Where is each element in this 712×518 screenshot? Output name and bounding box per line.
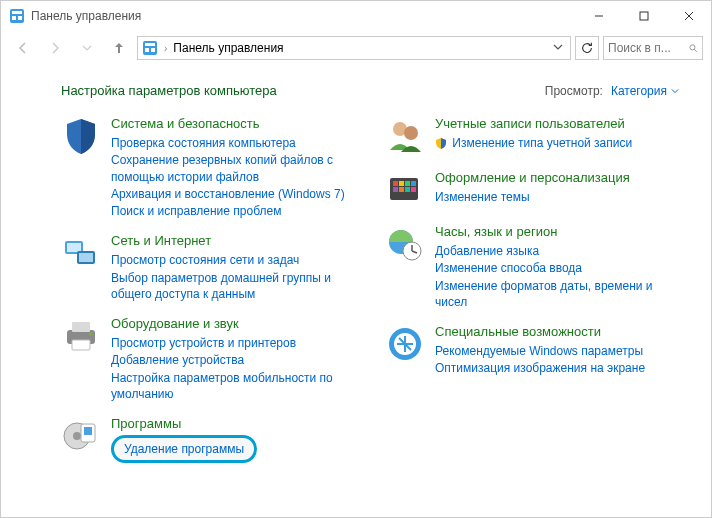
svg-rect-30 <box>399 181 404 186</box>
search-input[interactable] <box>608 41 684 55</box>
category-link[interactable]: Оптимизация изображения на экране <box>435 360 645 376</box>
svg-rect-31 <box>405 181 410 186</box>
address-bar[interactable]: › Панель управления <box>137 36 571 60</box>
category-link[interactable]: Проверка состояния компьютера <box>111 135 355 151</box>
category-title[interactable]: Программы <box>111 416 257 432</box>
svg-rect-29 <box>393 181 398 186</box>
clock-globe-icon <box>385 224 425 264</box>
content-area: Настройка параметров компьютера Просмотр… <box>1 65 711 518</box>
svg-rect-32 <box>411 181 416 186</box>
category-system-security: Система и безопасность Проверка состояни… <box>61 116 355 219</box>
navbar: › Панель управления <box>1 31 711 65</box>
svg-rect-9 <box>145 43 155 46</box>
svg-rect-5 <box>640 12 648 20</box>
uninstall-program-link[interactable]: Удаление программы <box>124 442 244 456</box>
search-icon <box>688 42 698 54</box>
address-dropdown[interactable] <box>550 41 566 55</box>
category-hardware: Оборудование и звук Просмотр устройств и… <box>61 316 355 402</box>
breadcrumb[interactable]: Панель управления <box>173 41 283 55</box>
view-by-label: Просмотр: <box>545 84 603 98</box>
category-link[interactable]: Рекомендуемые Windows параметры <box>435 343 645 359</box>
programs-icon <box>61 416 101 456</box>
uac-shield-icon <box>435 137 447 149</box>
category-title[interactable]: Учетные записи пользователей <box>435 116 632 132</box>
svg-point-12 <box>690 45 695 50</box>
category-link[interactable]: Просмотр устройств и принтеров <box>111 335 355 351</box>
category-link[interactable]: Выбор параметров домашней группы и общег… <box>111 270 355 302</box>
svg-rect-11 <box>151 48 155 52</box>
category-link[interactable]: Просмотр состояния сети и задач <box>111 252 355 268</box>
svg-rect-36 <box>411 187 416 192</box>
svg-rect-35 <box>405 187 410 192</box>
chevron-down-icon <box>671 87 679 95</box>
view-by: Просмотр: Категория <box>545 84 679 98</box>
category-programs: Программы Удаление программы <box>61 416 355 463</box>
category-accessibility: Специальные возможности Рекомендуемые Wi… <box>385 324 679 377</box>
view-by-value-text: Категория <box>611 84 667 98</box>
svg-line-13 <box>694 49 697 52</box>
network-icon <box>61 233 101 273</box>
category-title[interactable]: Оборудование и звук <box>111 316 355 332</box>
appearance-icon <box>385 170 425 210</box>
category-title[interactable]: Система и безопасность <box>111 116 355 132</box>
refresh-button[interactable] <box>575 36 599 60</box>
svg-rect-34 <box>399 187 404 192</box>
printer-icon <box>61 316 101 356</box>
category-title[interactable]: Специальные возможности <box>435 324 645 340</box>
svg-rect-33 <box>393 187 398 192</box>
svg-rect-3 <box>18 16 22 20</box>
svg-rect-1 <box>12 11 22 14</box>
titlebar: Панель управления <box>1 1 711 31</box>
category-link[interactable]: Изменение форматов даты, времени и чисел <box>435 278 679 310</box>
category-link[interactable]: Сохранение резервных копий файлов с помо… <box>111 152 355 184</box>
category-link[interactable]: Изменение типа учетной записи <box>435 135 632 151</box>
category-network: Сеть и Интернет Просмотр состояния сети … <box>61 233 355 302</box>
view-by-value[interactable]: Категория <box>611 84 679 98</box>
category-link[interactable]: Добавление устройства <box>111 352 355 368</box>
category-link[interactable]: Добавление языка <box>435 243 679 259</box>
window-title: Панель управления <box>31 9 576 23</box>
control-panel-icon <box>9 8 25 24</box>
left-column: Система и безопасность Проверка состояни… <box>61 116 355 463</box>
accessibility-icon <box>385 324 425 364</box>
category-link[interactable]: Настройка параметров мобильности по умол… <box>111 370 355 402</box>
chevron-right-icon[interactable]: › <box>164 43 167 54</box>
forward-button[interactable] <box>41 34 69 62</box>
recent-dropdown[interactable] <box>73 34 101 62</box>
window-controls <box>576 1 711 31</box>
category-title[interactable]: Сеть и Интернет <box>111 233 355 249</box>
category-link[interactable]: Архивация и восстановление (Windows 7) <box>111 186 355 202</box>
control-panel-icon <box>142 40 158 56</box>
svg-rect-10 <box>145 48 149 52</box>
page-title: Настройка параметров компьютера <box>61 83 277 98</box>
users-icon <box>385 116 425 156</box>
svg-point-23 <box>73 432 81 440</box>
svg-rect-2 <box>12 16 16 20</box>
category-appearance: Оформление и персонализация Изменение те… <box>385 170 679 210</box>
svg-rect-19 <box>72 322 90 332</box>
up-button[interactable] <box>105 34 133 62</box>
svg-rect-15 <box>67 243 81 252</box>
category-title[interactable]: Часы, язык и регион <box>435 224 679 240</box>
maximize-button[interactable] <box>621 1 666 31</box>
svg-rect-25 <box>84 427 92 435</box>
category-link[interactable]: Изменение способа ввода <box>435 260 679 276</box>
close-button[interactable] <box>666 1 711 31</box>
svg-rect-20 <box>72 340 90 350</box>
shield-icon <box>61 116 101 156</box>
search-box[interactable] <box>603 36 703 60</box>
svg-rect-17 <box>79 253 93 262</box>
right-column: Учетные записи пользователей Изменение т… <box>385 116 679 463</box>
back-button[interactable] <box>9 34 37 62</box>
category-link[interactable]: Поиск и исправление проблем <box>111 203 355 219</box>
category-title[interactable]: Оформление и персонализация <box>435 170 630 186</box>
svg-point-21 <box>90 333 93 336</box>
svg-point-27 <box>404 126 418 140</box>
category-user-accounts: Учетные записи пользователей Изменение т… <box>385 116 679 156</box>
category-clock-language: Часы, язык и регион Добавление языка Изм… <box>385 224 679 310</box>
category-link[interactable]: Изменение темы <box>435 189 630 205</box>
minimize-button[interactable] <box>576 1 621 31</box>
category-link-text: Изменение типа учетной записи <box>452 136 632 150</box>
highlight-uninstall: Удаление программы <box>111 435 257 463</box>
